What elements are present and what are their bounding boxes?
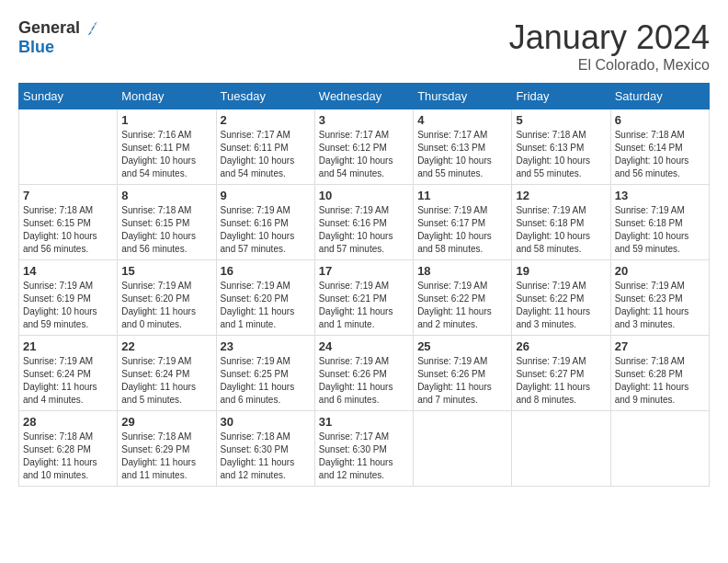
day-number: 24 — [319, 339, 409, 353]
day-info: Sunrise: 7:19 AM Sunset: 6:24 PM Dayligh… — [23, 355, 113, 407]
logo-general-text: General — [18, 18, 80, 38]
day-number: 17 — [319, 264, 409, 278]
day-number: 3 — [319, 113, 409, 127]
day-info: Sunrise: 7:17 AM Sunset: 6:30 PM Dayligh… — [319, 431, 409, 482]
day-number: 16 — [221, 264, 311, 278]
day-info: Sunrise: 7:19 AM Sunset: 6:26 PM Dayligh… — [417, 355, 507, 407]
day-info: Sunrise: 7:19 AM Sunset: 6:18 PM Dayligh… — [516, 204, 606, 256]
calendar-cell: 18Sunrise: 7:19 AM Sunset: 6:22 PM Dayli… — [414, 260, 512, 336]
calendar-cell: 10Sunrise: 7:19 AM Sunset: 6:16 PM Dayli… — [314, 185, 413, 260]
calendar-cell — [512, 411, 610, 487]
day-number: 25 — [417, 339, 507, 353]
title-area: January 2024 El Colorado, Mexico — [509, 18, 710, 74]
calendar-week-row: 7Sunrise: 7:18 AM Sunset: 6:15 PM Daylig… — [19, 185, 710, 260]
day-info: Sunrise: 7:18 AM Sunset: 6:14 PM Dayligh… — [615, 129, 705, 180]
day-number: 21 — [23, 339, 113, 353]
day-number: 2 — [221, 113, 311, 127]
day-number: 10 — [319, 189, 409, 202]
day-info: Sunrise: 7:18 AM Sunset: 6:30 PM Dayligh… — [221, 431, 311, 482]
weekday-header-saturday: Saturday — [610, 84, 709, 109]
day-number: 7 — [23, 189, 113, 202]
day-number: 8 — [121, 189, 211, 202]
day-info: Sunrise: 7:18 AM Sunset: 6:28 PM Dayligh… — [23, 431, 113, 482]
day-number: 29 — [121, 415, 211, 429]
calendar-cell: 2Sunrise: 7:17 AM Sunset: 6:11 PM Daylig… — [216, 109, 314, 185]
calendar-cell: 23Sunrise: 7:19 AM Sunset: 6:25 PM Dayli… — [216, 336, 314, 411]
location-title: El Colorado, Mexico — [509, 57, 710, 74]
logo-bird-icon — [82, 19, 100, 38]
day-number: 27 — [615, 339, 705, 353]
calendar-cell: 4Sunrise: 7:17 AM Sunset: 6:13 PM Daylig… — [414, 109, 512, 185]
calendar-cell — [19, 109, 118, 185]
calendar-cell: 19Sunrise: 7:19 AM Sunset: 6:22 PM Dayli… — [512, 260, 610, 336]
calendar-cell: 6Sunrise: 7:18 AM Sunset: 6:14 PM Daylig… — [610, 109, 709, 185]
calendar-cell: 24Sunrise: 7:19 AM Sunset: 6:26 PM Dayli… — [314, 336, 413, 411]
day-number: 19 — [516, 264, 606, 278]
day-number: 1 — [121, 113, 211, 127]
calendar-cell: 5Sunrise: 7:18 AM Sunset: 6:13 PM Daylig… — [512, 109, 610, 185]
day-number: 15 — [121, 264, 211, 278]
calendar-cell: 27Sunrise: 7:18 AM Sunset: 6:28 PM Dayli… — [610, 336, 709, 411]
day-info: Sunrise: 7:17 AM Sunset: 6:11 PM Dayligh… — [221, 129, 311, 180]
day-info: Sunrise: 7:19 AM Sunset: 6:22 PM Dayligh… — [516, 280, 606, 331]
calendar-cell: 21Sunrise: 7:19 AM Sunset: 6:24 PM Dayli… — [19, 336, 118, 411]
calendar-cell: 16Sunrise: 7:19 AM Sunset: 6:20 PM Dayli… — [216, 260, 314, 336]
calendar-cell — [610, 411, 709, 487]
calendar-cell: 8Sunrise: 7:18 AM Sunset: 6:15 PM Daylig… — [118, 185, 216, 260]
calendar-cell: 26Sunrise: 7:19 AM Sunset: 6:27 PM Dayli… — [512, 336, 610, 411]
weekday-header-row: SundayMondayTuesdayWednesdayThursdayFrid… — [19, 84, 710, 109]
month-title: January 2024 — [509, 18, 710, 57]
header: General Blue January 2024 El Colorado, M… — [18, 18, 710, 74]
day-info: Sunrise: 7:17 AM Sunset: 6:12 PM Dayligh… — [319, 129, 409, 180]
day-number: 30 — [221, 415, 311, 429]
weekday-header-wednesday: Wednesday — [314, 84, 413, 109]
calendar-cell: 11Sunrise: 7:19 AM Sunset: 6:17 PM Dayli… — [414, 185, 512, 260]
weekday-header-monday: Monday — [118, 84, 216, 109]
calendar-cell: 22Sunrise: 7:19 AM Sunset: 6:24 PM Dayli… — [118, 336, 216, 411]
day-number: 11 — [417, 189, 507, 202]
calendar-cell: 1Sunrise: 7:16 AM Sunset: 6:11 PM Daylig… — [118, 109, 216, 185]
day-info: Sunrise: 7:19 AM Sunset: 6:19 PM Dayligh… — [23, 280, 113, 331]
calendar-cell: 29Sunrise: 7:18 AM Sunset: 6:29 PM Dayli… — [118, 411, 216, 487]
day-info: Sunrise: 7:19 AM Sunset: 6:23 PM Dayligh… — [615, 280, 705, 331]
day-info: Sunrise: 7:19 AM Sunset: 6:16 PM Dayligh… — [221, 204, 311, 256]
day-info: Sunrise: 7:19 AM Sunset: 6:24 PM Dayligh… — [121, 355, 211, 407]
day-info: Sunrise: 7:19 AM Sunset: 6:21 PM Dayligh… — [319, 280, 409, 331]
logo-blue-text: Blue — [18, 38, 54, 57]
day-number: 18 — [417, 264, 507, 278]
day-info: Sunrise: 7:17 AM Sunset: 6:13 PM Dayligh… — [417, 129, 507, 180]
calendar-cell: 15Sunrise: 7:19 AM Sunset: 6:20 PM Dayli… — [118, 260, 216, 336]
day-number: 28 — [23, 415, 113, 429]
calendar-week-row: 28Sunrise: 7:18 AM Sunset: 6:28 PM Dayli… — [19, 411, 710, 487]
day-info: Sunrise: 7:19 AM Sunset: 6:16 PM Dayligh… — [319, 204, 409, 256]
weekday-header-thursday: Thursday — [414, 84, 512, 109]
day-info: Sunrise: 7:19 AM Sunset: 6:20 PM Dayligh… — [221, 280, 311, 331]
day-info: Sunrise: 7:18 AM Sunset: 6:15 PM Dayligh… — [23, 204, 113, 256]
day-info: Sunrise: 7:18 AM Sunset: 6:15 PM Dayligh… — [121, 204, 211, 256]
day-number: 23 — [221, 339, 311, 353]
day-number: 26 — [516, 339, 606, 353]
day-number: 5 — [516, 113, 606, 127]
calendar-cell: 12Sunrise: 7:19 AM Sunset: 6:18 PM Dayli… — [512, 185, 610, 260]
day-number: 6 — [615, 113, 705, 127]
calendar-cell: 30Sunrise: 7:18 AM Sunset: 6:30 PM Dayli… — [216, 411, 314, 487]
calendar-week-row: 21Sunrise: 7:19 AM Sunset: 6:24 PM Dayli… — [19, 336, 710, 411]
logo: General Blue — [18, 18, 100, 57]
calendar-cell: 20Sunrise: 7:19 AM Sunset: 6:23 PM Dayli… — [610, 260, 709, 336]
day-info: Sunrise: 7:18 AM Sunset: 6:28 PM Dayligh… — [615, 355, 705, 407]
weekday-header-sunday: Sunday — [19, 84, 118, 109]
calendar-cell: 14Sunrise: 7:19 AM Sunset: 6:19 PM Dayli… — [19, 260, 118, 336]
day-info: Sunrise: 7:16 AM Sunset: 6:11 PM Dayligh… — [121, 129, 211, 180]
day-info: Sunrise: 7:18 AM Sunset: 6:13 PM Dayligh… — [516, 129, 606, 180]
day-number: 22 — [121, 339, 211, 353]
day-info: Sunrise: 7:19 AM Sunset: 6:18 PM Dayligh… — [615, 204, 705, 256]
day-number: 14 — [23, 264, 113, 278]
day-info: Sunrise: 7:19 AM Sunset: 6:27 PM Dayligh… — [516, 355, 606, 407]
calendar-week-row: 1Sunrise: 7:16 AM Sunset: 6:11 PM Daylig… — [19, 109, 710, 185]
day-info: Sunrise: 7:18 AM Sunset: 6:29 PM Dayligh… — [121, 431, 211, 482]
day-info: Sunrise: 7:19 AM Sunset: 6:25 PM Dayligh… — [221, 355, 311, 407]
day-number: 20 — [615, 264, 705, 278]
weekday-header-friday: Friday — [512, 84, 610, 109]
calendar-cell: 17Sunrise: 7:19 AM Sunset: 6:21 PM Dayli… — [314, 260, 413, 336]
calendar-cell: 31Sunrise: 7:17 AM Sunset: 6:30 PM Dayli… — [314, 411, 413, 487]
